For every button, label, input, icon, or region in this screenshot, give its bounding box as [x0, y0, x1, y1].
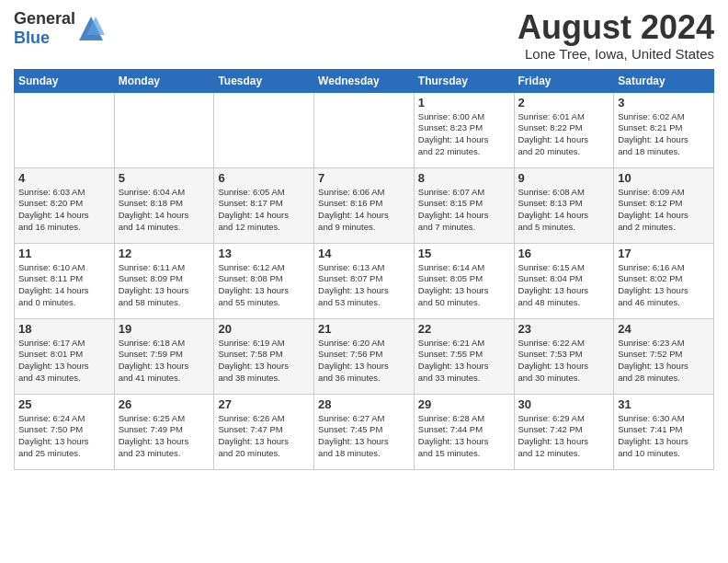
- day-info: Sunrise: 6:24 AM Sunset: 7:50 PM Dayligh…: [18, 413, 110, 460]
- logo-blue: Blue: [14, 29, 50, 47]
- day-number: 1: [418, 96, 510, 109]
- table-row: 27Sunrise: 6:26 AM Sunset: 7:47 PM Dayli…: [214, 394, 314, 469]
- day-info: Sunrise: 6:26 AM Sunset: 7:47 PM Dayligh…: [218, 413, 310, 460]
- day-info: Sunrise: 6:20 AM Sunset: 7:56 PM Dayligh…: [318, 338, 410, 385]
- table-row: 9Sunrise: 6:08 AM Sunset: 8:13 PM Daylig…: [514, 167, 614, 243]
- day-number: 29: [418, 397, 510, 411]
- calendar-body: 1Sunrise: 6:00 AM Sunset: 8:23 PM Daylig…: [15, 92, 714, 469]
- day-info: Sunrise: 6:14 AM Sunset: 8:05 PM Dayligh…: [418, 262, 510, 309]
- day-info: Sunrise: 6:16 AM Sunset: 8:02 PM Dayligh…: [618, 262, 710, 309]
- day-number: 15: [418, 247, 510, 260]
- table-row: 20Sunrise: 6:19 AM Sunset: 7:58 PM Dayli…: [214, 318, 314, 394]
- day-info: Sunrise: 6:11 AM Sunset: 8:09 PM Dayligh…: [119, 262, 210, 309]
- day-info: Sunrise: 6:01 AM Sunset: 8:22 PM Dayligh…: [518, 111, 610, 158]
- day-info: Sunrise: 6:13 AM Sunset: 8:07 PM Dayligh…: [318, 262, 410, 309]
- day-info: Sunrise: 6:25 AM Sunset: 7:49 PM Dayligh…: [119, 413, 210, 460]
- logo: General Blue: [14, 9, 105, 48]
- location-title: Lone Tree, Iowa, United States: [518, 46, 714, 62]
- day-number: 19: [119, 322, 210, 336]
- day-number: 4: [18, 171, 110, 185]
- day-info: Sunrise: 6:28 AM Sunset: 7:44 PM Dayligh…: [418, 413, 510, 460]
- day-number: 20: [218, 322, 310, 336]
- table-row: 26Sunrise: 6:25 AM Sunset: 7:49 PM Dayli…: [114, 394, 214, 469]
- table-row: 22Sunrise: 6:21 AM Sunset: 7:55 PM Dayli…: [414, 318, 514, 394]
- day-number: 26: [119, 397, 210, 411]
- day-info: Sunrise: 6:30 AM Sunset: 7:41 PM Dayligh…: [618, 413, 710, 460]
- day-number: 10: [618, 171, 710, 185]
- day-number: 28: [318, 397, 410, 411]
- day-number: 6: [218, 171, 310, 185]
- header-friday: Friday: [514, 69, 614, 92]
- table-row: 4Sunrise: 6:03 AM Sunset: 8:20 PM Daylig…: [15, 167, 115, 243]
- day-info: Sunrise: 6:21 AM Sunset: 7:55 PM Dayligh…: [418, 338, 510, 385]
- table-row: 8Sunrise: 6:07 AM Sunset: 8:15 PM Daylig…: [414, 167, 514, 243]
- table-row: 30Sunrise: 6:29 AM Sunset: 7:42 PM Dayli…: [514, 394, 614, 469]
- table-row: 18Sunrise: 6:17 AM Sunset: 8:01 PM Dayli…: [15, 318, 115, 394]
- header-monday: Monday: [114, 69, 214, 92]
- table-row: 16Sunrise: 6:15 AM Sunset: 8:04 PM Dayli…: [514, 243, 614, 318]
- day-number: 22: [418, 322, 510, 336]
- day-number: 27: [218, 397, 310, 411]
- day-number: 12: [119, 247, 210, 260]
- day-info: Sunrise: 6:03 AM Sunset: 8:20 PM Dayligh…: [18, 187, 110, 234]
- day-number: 14: [318, 247, 410, 260]
- title-block: August 2024 Lone Tree, Iowa, United Stat…: [518, 9, 714, 62]
- day-number: 5: [119, 171, 210, 185]
- day-info: Sunrise: 6:23 AM Sunset: 7:52 PM Dayligh…: [618, 338, 710, 385]
- day-info: Sunrise: 6:05 AM Sunset: 8:17 PM Dayligh…: [218, 187, 310, 234]
- day-number: 31: [618, 397, 710, 411]
- day-number: 3: [618, 96, 710, 109]
- day-info: Sunrise: 6:07 AM Sunset: 8:15 PM Dayligh…: [418, 187, 510, 234]
- day-number: 16: [518, 247, 610, 260]
- day-number: 13: [218, 247, 310, 260]
- calendar-table: Sunday Monday Tuesday Wednesday Thursday…: [14, 69, 714, 470]
- table-row: 31Sunrise: 6:30 AM Sunset: 7:41 PM Dayli…: [614, 394, 714, 469]
- day-info: Sunrise: 6:22 AM Sunset: 7:53 PM Dayligh…: [518, 338, 610, 385]
- header-wednesday: Wednesday: [314, 69, 415, 92]
- day-number: 24: [618, 322, 710, 336]
- day-info: Sunrise: 6:15 AM Sunset: 8:04 PM Dayligh…: [518, 262, 610, 309]
- day-info: Sunrise: 6:17 AM Sunset: 8:01 PM Dayligh…: [18, 338, 110, 385]
- header-tuesday: Tuesday: [214, 69, 314, 92]
- header-thursday: Thursday: [414, 69, 514, 92]
- day-info: Sunrise: 6:09 AM Sunset: 8:12 PM Dayligh…: [618, 187, 710, 234]
- day-number: 8: [418, 171, 510, 185]
- day-info: Sunrise: 6:02 AM Sunset: 8:21 PM Dayligh…: [618, 111, 710, 158]
- day-number: 23: [518, 322, 610, 336]
- day-info: Sunrise: 6:00 AM Sunset: 8:23 PM Dayligh…: [418, 111, 510, 158]
- table-row: 5Sunrise: 6:04 AM Sunset: 8:18 PM Daylig…: [114, 167, 214, 243]
- day-number: 2: [518, 96, 610, 109]
- table-row: [214, 92, 314, 167]
- table-row: 6Sunrise: 6:05 AM Sunset: 8:17 PM Daylig…: [214, 167, 314, 243]
- day-number: 18: [18, 322, 110, 336]
- table-row: 29Sunrise: 6:28 AM Sunset: 7:44 PM Dayli…: [414, 394, 514, 469]
- table-row: 12Sunrise: 6:11 AM Sunset: 8:09 PM Dayli…: [114, 243, 214, 318]
- day-number: 7: [318, 171, 410, 185]
- table-row: 7Sunrise: 6:06 AM Sunset: 8:16 PM Daylig…: [314, 167, 415, 243]
- day-info: Sunrise: 6:18 AM Sunset: 7:59 PM Dayligh…: [119, 338, 210, 385]
- table-row: 1Sunrise: 6:00 AM Sunset: 8:23 PM Daylig…: [414, 92, 514, 167]
- table-row: 13Sunrise: 6:12 AM Sunset: 8:08 PM Dayli…: [214, 243, 314, 318]
- table-row: 24Sunrise: 6:23 AM Sunset: 7:52 PM Dayli…: [614, 318, 714, 394]
- table-row: [314, 92, 415, 167]
- day-number: 30: [518, 397, 610, 411]
- day-info: Sunrise: 6:19 AM Sunset: 7:58 PM Dayligh…: [218, 338, 310, 385]
- calendar-header: Sunday Monday Tuesday Wednesday Thursday…: [15, 69, 714, 92]
- table-row: 11Sunrise: 6:10 AM Sunset: 8:11 PM Dayli…: [15, 243, 115, 318]
- table-row: 19Sunrise: 6:18 AM Sunset: 7:59 PM Dayli…: [114, 318, 214, 394]
- table-row: [114, 92, 214, 167]
- table-row: 14Sunrise: 6:13 AM Sunset: 8:07 PM Dayli…: [314, 243, 415, 318]
- day-info: Sunrise: 6:04 AM Sunset: 8:18 PM Dayligh…: [119, 187, 210, 234]
- header-sunday: Sunday: [15, 69, 115, 92]
- table-row: 3Sunrise: 6:02 AM Sunset: 8:21 PM Daylig…: [614, 92, 714, 167]
- table-row: 21Sunrise: 6:20 AM Sunset: 7:56 PM Dayli…: [314, 318, 415, 394]
- day-number: 25: [18, 397, 110, 411]
- day-number: 21: [318, 322, 410, 336]
- day-info: Sunrise: 6:08 AM Sunset: 8:13 PM Dayligh…: [518, 187, 610, 234]
- day-number: 9: [518, 171, 610, 185]
- month-title: August 2024: [518, 9, 714, 46]
- logo-icon: [77, 15, 105, 42]
- logo-general: General: [14, 9, 75, 28]
- table-row: [15, 92, 115, 167]
- table-row: 25Sunrise: 6:24 AM Sunset: 7:50 PM Dayli…: [15, 394, 115, 469]
